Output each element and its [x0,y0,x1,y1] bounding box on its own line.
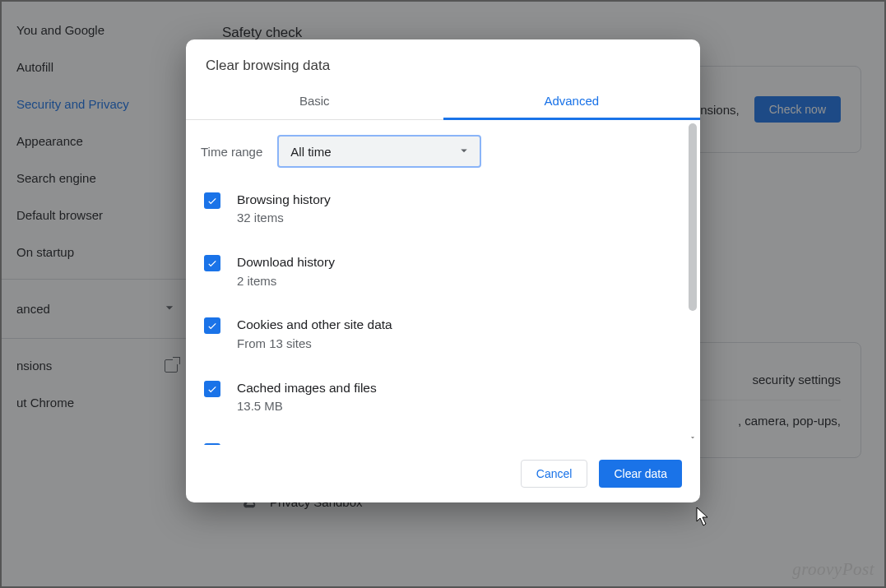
option-passwords[interactable]: Passwords and other sign-in data [201,430,680,445]
time-range-value: All time [290,145,331,159]
modal-overlay: Clear browsing data Basic Advanced Time … [0,0,886,588]
scrollbar-thumb[interactable] [689,123,697,311]
option-label: Passwords and other sign-in data [237,442,426,445]
checkbox-checked-icon[interactable] [204,443,220,445]
dropdown-icon [457,143,471,160]
option-browsing-history[interactable]: Browsing history 32 items [201,179,680,242]
option-label: Cached images and files [237,379,377,397]
clear-browsing-data-dialog: Clear browsing data Basic Advanced Time … [186,39,700,502]
option-sub: From 13 sites [237,335,392,353]
tab-advanced[interactable]: Advanced [443,84,701,119]
checkbox-checked-icon[interactable] [204,192,220,209]
option-cached[interactable]: Cached images and files 13.5 MB [201,368,680,430]
dialog-title: Clear browsing data [186,39,700,84]
scrollbar[interactable] [687,122,698,443]
mouse-cursor-icon [696,507,712,528]
cancel-button[interactable]: Cancel [521,460,588,488]
scroll-down-icon[interactable] [687,432,698,443]
option-download-history[interactable]: Download history 2 items [201,242,680,304]
option-sub: 13.5 MB [237,397,377,415]
time-range-label: Time range [201,145,262,159]
checkbox-checked-icon[interactable] [204,381,220,397]
option-label: Download history [237,253,335,271]
option-sub: 32 items [237,209,331,227]
watermark: groovyPost [792,559,874,580]
tab-basic[interactable]: Basic [186,84,443,119]
checkbox-checked-icon[interactable] [204,317,220,334]
option-label: Cookies and other site data [237,316,392,334]
option-label: Browsing history [237,191,331,209]
dialog-tabs: Basic Advanced [186,84,700,120]
checkbox-checked-icon[interactable] [204,255,220,271]
clear-data-button[interactable]: Clear data [599,460,682,488]
time-range-select[interactable]: All time [277,135,481,168]
option-cookies[interactable]: Cookies and other site data From 13 site… [201,304,680,367]
option-sub: 2 items [237,272,335,290]
